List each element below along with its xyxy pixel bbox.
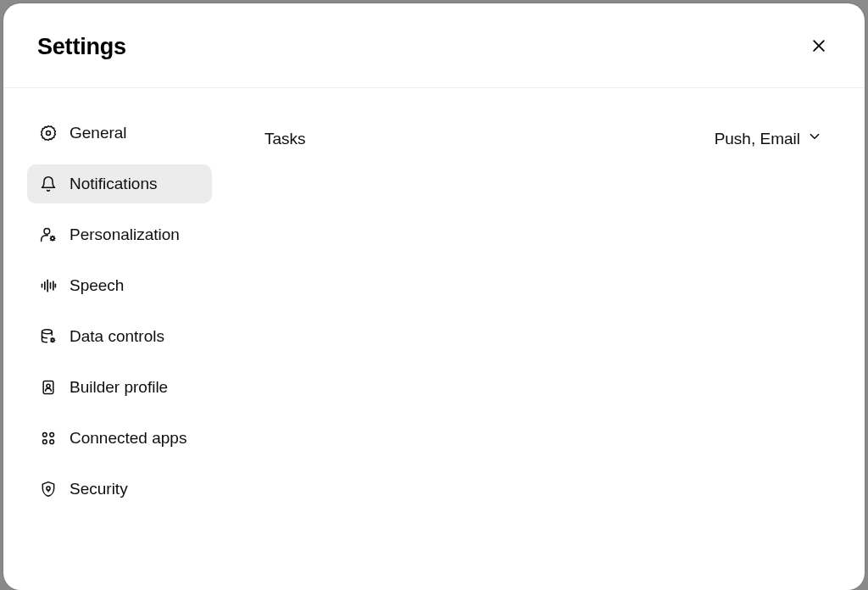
sidebar-item-notifications[interactable]: Notifications xyxy=(27,164,212,203)
svg-point-2 xyxy=(47,131,51,136)
svg-point-15 xyxy=(43,433,47,437)
sidebar-item-label: Notifications xyxy=(70,175,158,193)
sidebar-item-security[interactable]: Security xyxy=(27,470,212,509)
svg-point-3 xyxy=(44,229,50,235)
setting-label: Tasks xyxy=(264,130,306,148)
sidebar-item-label: General xyxy=(70,124,127,142)
settings-sidebar: General Notifications xyxy=(3,88,225,590)
modal-header: Settings xyxy=(3,3,865,88)
setting-row-tasks: Tasks Push, Email xyxy=(264,124,822,153)
close-button[interactable] xyxy=(805,32,832,62)
close-icon xyxy=(810,37,827,57)
sidebar-item-speech[interactable]: Speech xyxy=(27,266,212,305)
svg-point-16 xyxy=(50,433,54,437)
setting-value-dropdown[interactable]: Push, Email xyxy=(715,129,822,148)
modal-title: Settings xyxy=(37,34,126,60)
sidebar-item-builder-profile[interactable]: Builder profile xyxy=(27,368,212,407)
settings-content: Tasks Push, Email xyxy=(225,88,865,590)
shield-icon xyxy=(39,480,58,498)
chevron-down-icon xyxy=(807,129,822,148)
sidebar-item-label: Builder profile xyxy=(70,378,168,397)
bell-icon xyxy=(39,175,58,193)
modal-body: General Notifications xyxy=(3,88,865,590)
sidebar-item-personalization[interactable]: Personalization xyxy=(27,215,212,254)
apps-grid-icon xyxy=(39,429,58,448)
sidebar-item-label: Personalization xyxy=(70,225,180,244)
person-gear-icon xyxy=(39,225,58,244)
sidebar-item-label: Data controls xyxy=(70,327,164,346)
waveform-icon xyxy=(39,276,58,295)
sidebar-item-label: Security xyxy=(70,480,128,498)
gear-icon xyxy=(39,124,58,142)
sidebar-item-general[interactable]: General xyxy=(27,114,212,153)
sidebar-item-data-controls[interactable]: Data controls xyxy=(27,317,212,356)
sidebar-item-label: Connected apps xyxy=(70,429,186,448)
database-gear-icon xyxy=(39,327,58,346)
sidebar-item-label: Speech xyxy=(70,276,124,295)
svg-point-14 xyxy=(47,384,50,387)
settings-modal: Settings General xyxy=(3,3,865,590)
setting-value-text: Push, Email xyxy=(715,130,800,148)
id-card-icon xyxy=(39,378,58,397)
svg-point-11 xyxy=(42,330,53,334)
svg-point-18 xyxy=(50,440,54,444)
sidebar-item-connected-apps[interactable]: Connected apps xyxy=(27,419,212,458)
svg-point-17 xyxy=(43,440,47,444)
